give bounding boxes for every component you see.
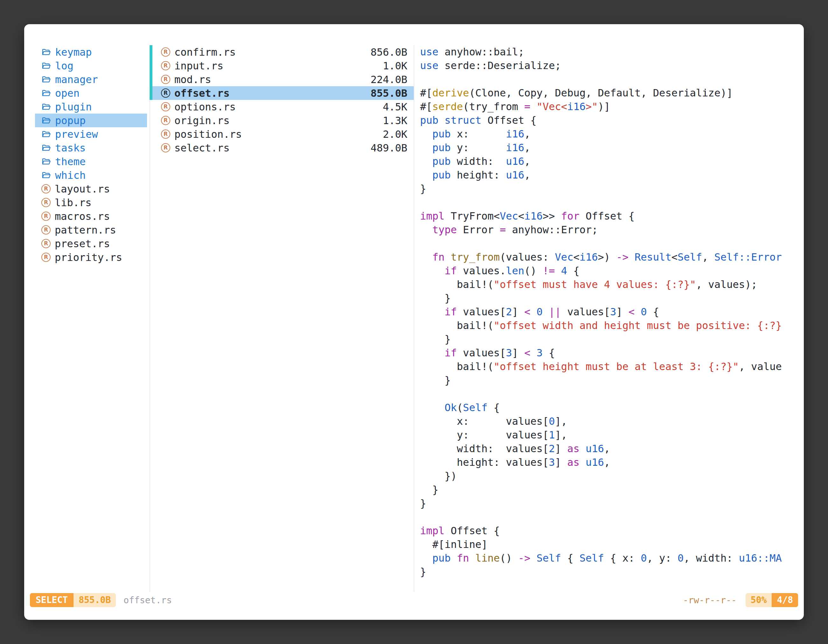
sidebar-item-keymap[interactable]: keymap — [35, 45, 147, 59]
code-line: pub x: i16, — [420, 127, 803, 141]
code-line: } — [420, 373, 803, 387]
preview-pane: use anyhow::bail;use serde::Deserialize;… — [414, 45, 803, 592]
sidebar-item-label: preset.rs — [55, 238, 110, 250]
file-size: 4.5K — [383, 101, 407, 113]
rust-file-icon — [41, 225, 50, 235]
sidebar-item-label: preview — [55, 128, 98, 140]
code-line: x: values[0], — [420, 415, 803, 428]
sidebar-item-plugin[interactable]: plugin — [35, 100, 147, 114]
file-row-confirm.rs[interactable]: confirm.rs 856.0B — [152, 45, 414, 59]
sidebar-item-which[interactable]: which — [35, 168, 147, 182]
status-bar: SELECT 855.0B offset.rs -rw-r--r-- 50% 4… — [30, 593, 798, 607]
sidebar-item-label: popup — [55, 114, 86, 127]
code-line: pub width: u16, — [420, 155, 803, 168]
file-row-input.rs[interactable]: input.rs 1.0K — [152, 59, 414, 72]
file-name: mod.rs — [174, 74, 211, 86]
sidebar-item-log[interactable]: log — [35, 59, 147, 72]
rust-file-icon — [161, 47, 170, 56]
rust-file-icon — [161, 75, 170, 84]
code-line: width: values[2] as u16, — [420, 442, 803, 456]
status-left: SELECT 855.0B offset.rs — [30, 593, 172, 607]
rust-file-icon — [161, 102, 170, 111]
sidebar-item-theme[interactable]: theme — [35, 155, 147, 168]
sidebar-item-pattern.rs[interactable]: pattern.rs — [35, 223, 147, 237]
file-row-mod.rs[interactable]: mod.rs 224.0B — [152, 72, 414, 86]
code-line: #[derive(Clone, Copy, Debug, Default, De… — [420, 86, 803, 100]
sidebar-item-label: plugin — [55, 101, 92, 113]
rust-file-icon — [41, 239, 50, 248]
code-line: type Error = anyhow::Error; — [420, 223, 803, 237]
folder-icon — [41, 157, 51, 166]
code-line: if values.len() != 4 { — [420, 264, 803, 278]
file-name: confirm.rs — [174, 46, 236, 58]
desktop-background: keymap log manager open — [0, 0, 828, 644]
status-right: -rw-r--r-- 50% 4/8 — [683, 593, 798, 607]
sidebar-item-preset.rs[interactable]: preset.rs — [35, 237, 147, 251]
rust-file-icon — [41, 253, 50, 262]
rust-file-icon — [161, 116, 170, 125]
sidebar-item-layout.rs[interactable]: layout.rs — [35, 182, 147, 196]
sidebar-item-priority.rs[interactable]: priority.rs — [35, 251, 147, 264]
sidebar-item-label: theme — [55, 155, 86, 168]
sidebar-item-label: tasks — [55, 142, 86, 154]
file-size: 489.0B — [370, 142, 407, 154]
code-line: y: values[1], — [420, 428, 803, 442]
code-line: pub height: u16, — [420, 168, 803, 182]
file-row-select.rs[interactable]: select.rs 489.0B — [152, 141, 414, 155]
pane-separator-2 — [414, 45, 414, 592]
mode-badge: SELECT — [30, 593, 74, 607]
code-line: } — [420, 332, 803, 346]
file-size: 855.0B — [370, 87, 407, 99]
file-row-options.rs[interactable]: options.rs 4.5K — [152, 100, 414, 114]
sidebar-item-label: macros.rs — [55, 210, 110, 223]
sidebar-item-label: layout.rs — [55, 183, 110, 195]
sidebar-item-popup[interactable]: popup — [35, 114, 147, 127]
code-line — [420, 72, 803, 86]
code-line — [420, 510, 803, 524]
file-name: origin.rs — [174, 114, 229, 127]
sidebar-item-label: pattern.rs — [55, 224, 116, 236]
status-file-size: 855.0B — [74, 593, 116, 607]
file-size: 1.0K — [383, 60, 407, 72]
code-line — [420, 237, 803, 251]
code-line: pub struct Offset { — [420, 114, 803, 127]
code-line: if values[3] < 3 { — [420, 346, 803, 360]
code-line: } — [420, 565, 803, 579]
yazi-window: keymap log manager open — [24, 24, 804, 620]
code-line: use anyhow::bail; — [420, 45, 803, 59]
code-line: } — [420, 497, 803, 510]
code-line: #[serde(try_from = "Vec<i16>")] — [420, 100, 803, 114]
folder-icon — [41, 171, 51, 180]
file-row-origin.rs[interactable]: origin.rs 1.3K — [152, 114, 414, 127]
folder-icon — [41, 116, 51, 125]
folder-icon — [41, 102, 51, 112]
file-row-position.rs[interactable]: position.rs 2.0K — [152, 127, 414, 141]
file-size: 856.0B — [370, 46, 407, 58]
code-line: fn try_from(values: Vec<i16>) -> Result<… — [420, 251, 803, 264]
rust-file-icon — [161, 143, 170, 152]
file-permissions: -rw-r--r-- — [683, 595, 737, 605]
rust-file-icon — [161, 88, 170, 98]
code-line: impl Offset { — [420, 524, 803, 538]
code-line: if values[2] < 0 || values[3] < 0 { — [420, 305, 803, 319]
sidebar-item-tasks[interactable]: tasks — [35, 141, 147, 155]
sidebar-item-preview[interactable]: preview — [35, 127, 147, 141]
rust-file-icon — [41, 212, 50, 221]
sidebar-item-label: priority.rs — [55, 251, 122, 263]
rust-file-icon — [161, 61, 170, 71]
sidebar-item-open[interactable]: open — [35, 86, 147, 100]
pane-separator-1 — [149, 45, 150, 592]
code-line — [420, 387, 803, 401]
sidebar-item-manager[interactable]: manager — [35, 72, 147, 86]
code-line: height: values[3] as u16, — [420, 456, 803, 469]
rust-file-icon — [41, 198, 50, 207]
code-line: } — [420, 291, 803, 305]
file-row-offset.rs[interactable]: offset.rs 855.0B — [152, 86, 414, 100]
sidebar-item-label: keymap — [55, 46, 92, 58]
file-name: offset.rs — [174, 87, 229, 99]
sidebar-item-lib.rs[interactable]: lib.rs — [35, 196, 147, 209]
file-size: 224.0B — [370, 74, 407, 86]
sidebar-item-label: manager — [55, 74, 98, 86]
code-line: Ok(Self { — [420, 401, 803, 415]
sidebar-item-macros.rs[interactable]: macros.rs — [35, 209, 147, 223]
